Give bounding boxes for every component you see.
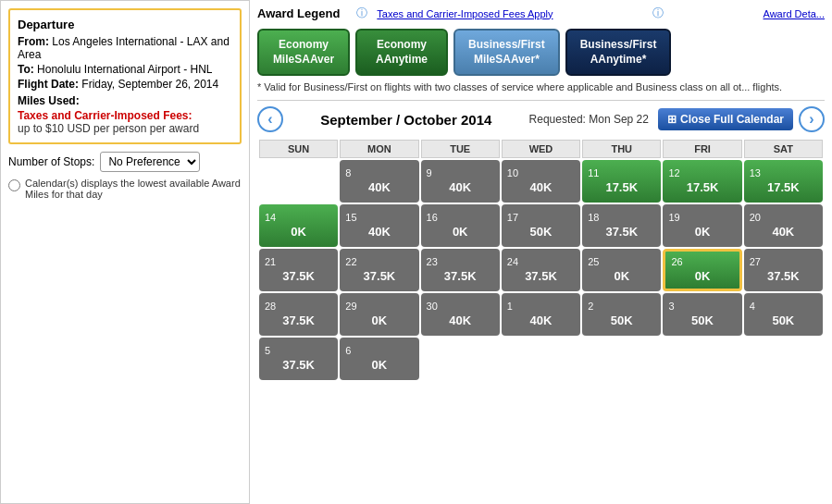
table-row: 250K <box>582 293 661 336</box>
miles-value: 50K <box>691 313 714 327</box>
table-row: 190K <box>663 204 741 247</box>
miles-value: 37.5K <box>364 269 396 283</box>
taxes-label: Taxes and Carrier-Imposed Fees: <box>18 109 232 122</box>
calendar-cell[interactable]: 840K <box>340 160 418 203</box>
calendar-cell[interactable]: 1540K <box>340 204 418 247</box>
calendar-cell[interactable]: 60K <box>340 338 418 380</box>
calendar-cell[interactable]: 2040K <box>744 204 823 247</box>
miles-value: 0K <box>695 225 711 239</box>
table-row <box>502 338 580 380</box>
miles-value: 0K <box>291 225 306 239</box>
calendar-note-row: Calendar(s) displays the lowest availabl… <box>8 178 242 200</box>
award-detail-link[interactable]: Award Deta... <box>764 8 825 19</box>
to-label: To: <box>18 63 34 76</box>
calendar-grid: SUNMONTUEWEDTHUFRISAT 840K940K1040K1117.… <box>257 138 825 382</box>
flight-date-label: Flight Date: <box>18 78 79 91</box>
cal-day-header-fri: FRI <box>663 140 741 158</box>
calendar-cell[interactable]: 940K <box>421 160 500 203</box>
calendar-cell[interactable]: 2437.5K <box>502 249 580 291</box>
calendar-cell[interactable]: 2237.5K <box>340 249 418 291</box>
table-row: 1837.5K <box>582 204 661 247</box>
left-panel: Departure From: Los Angeles Internationa… <box>0 0 250 504</box>
flight-date-value: Friday, September 26, 2014 <box>81 78 218 91</box>
day-number: 9 <box>427 168 432 178</box>
calendar-cell[interactable]: 250K <box>582 293 661 336</box>
calendar-note-radio[interactable] <box>8 179 20 191</box>
miles-value: 50K <box>611 313 633 327</box>
cal-day-header-wed: WED <box>502 140 580 158</box>
day-number: 18 <box>588 213 599 223</box>
calendar-cell[interactable]: 450K <box>744 293 823 336</box>
table-row: 350K <box>663 293 741 336</box>
close-calendar-label: Close Full Calendar <box>680 113 784 126</box>
taxes-link[interactable]: Taxes and Carrier-Imposed Fees Apply <box>377 8 553 19</box>
prev-month-btn[interactable]: ‹ <box>257 106 283 132</box>
business-saaver-btn[interactable]: Business/FirstMileSAAver* <box>453 29 560 76</box>
day-number: 19 <box>668 213 679 223</box>
calendar-cell[interactable]: 1040K <box>502 160 580 203</box>
miles-value: 37.5K <box>767 269 800 283</box>
calendar-cell[interactable]: 537.5K <box>259 338 338 380</box>
flight-date-line: Flight Date: Friday, September 26, 2014 <box>18 78 232 91</box>
calendar-cell[interactable]: 1750K <box>502 204 580 247</box>
economy-anytime-btn[interactable]: EconomyAAnytime <box>355 29 448 76</box>
calendar-cell[interactable]: 190K <box>663 204 741 247</box>
miles-value: 17.5K <box>687 180 719 194</box>
economy-saaver-btn[interactable]: EconomyMileSAAver <box>257 29 350 76</box>
table-row <box>421 338 500 380</box>
calendar-cell[interactable]: 250K <box>582 249 661 291</box>
table-row <box>259 160 338 203</box>
table-row: 1117.5K <box>582 160 661 203</box>
day-number: 20 <box>750 213 761 223</box>
table-row: 1750K <box>502 204 580 247</box>
calendar-cell[interactable]: 350K <box>663 293 741 336</box>
calendar-title: September / October 2014 <box>283 112 529 128</box>
calendar-cell[interactable]: 2837.5K <box>259 293 338 336</box>
day-number: 12 <box>668 168 679 178</box>
calendar-requested: Requested: Mon Sep 22 <box>529 113 649 126</box>
day-number: 17 <box>507 213 518 223</box>
table-row <box>744 338 823 380</box>
table-row: 3040K <box>421 293 500 336</box>
calendar-cell[interactable]: 2337.5K <box>421 249 500 291</box>
day-number: 23 <box>427 257 438 267</box>
miles-value: 0K <box>372 358 388 372</box>
cal-day-header-mon: MON <box>340 140 418 158</box>
award-legend-header: Award Legend ⓘ Taxes and Carrier-Imposed… <box>257 6 825 21</box>
close-calendar-btn[interactable]: ⊞ Close Full Calendar <box>658 108 793 130</box>
day-number: 21 <box>265 257 276 267</box>
empty-cell <box>744 338 823 380</box>
info-icon-2: ⓘ <box>652 6 664 21</box>
grid-icon: ⊞ <box>667 113 677 126</box>
day-number: 22 <box>345 257 356 267</box>
calendar-cell[interactable]: 290K <box>340 293 418 336</box>
next-month-btn[interactable]: › <box>799 106 825 132</box>
day-number: 30 <box>427 301 438 312</box>
calendar-cell[interactable]: 2737.5K <box>744 249 823 291</box>
table-row: 60K <box>340 338 418 380</box>
info-icon: ⓘ <box>356 6 367 21</box>
calendar-cell[interactable]: 1317.5K <box>744 160 823 203</box>
calendar-cell[interactable]: 140K <box>502 293 580 336</box>
stops-select[interactable]: No Preference Nonstop 1 Stop <box>100 152 200 172</box>
calendar-cell[interactable]: 260K <box>663 249 741 291</box>
calendar-cell[interactable]: 1837.5K <box>582 204 661 247</box>
departure-title: Departure <box>18 18 232 31</box>
table-row: 840K <box>340 160 418 203</box>
table-row: 140K <box>502 293 580 336</box>
calendar-cell[interactable]: 2137.5K <box>259 249 338 291</box>
calendar-cell[interactable]: 1217.5K <box>663 160 741 203</box>
day-number: 3 <box>668 301 674 312</box>
empty-cell <box>663 338 741 380</box>
day-number: 25 <box>588 257 599 267</box>
table-row: 2837.5K <box>259 293 338 336</box>
calendar-cell[interactable]: 140K <box>259 204 338 247</box>
calendar-cell[interactable]: 160K <box>421 204 500 247</box>
miles-value: 0K <box>614 269 629 283</box>
day-number: 26 <box>671 257 682 267</box>
empty-cell <box>502 338 580 380</box>
business-anytime-btn[interactable]: Business/FirstAAnytime* <box>565 29 672 76</box>
cal-day-header-thu: THU <box>582 140 661 158</box>
calendar-cell[interactable]: 3040K <box>421 293 500 336</box>
calendar-cell[interactable]: 1117.5K <box>582 160 661 203</box>
